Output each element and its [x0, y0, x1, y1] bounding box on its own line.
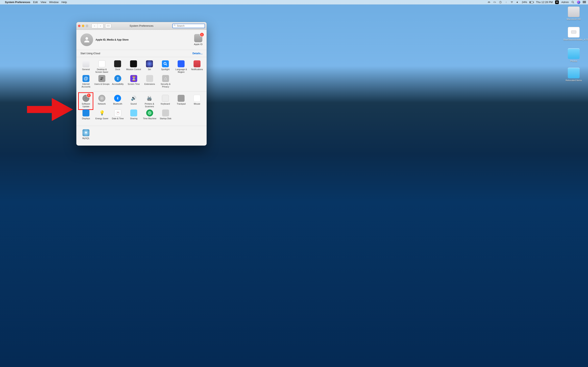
status-bluetooth-icon[interactable]	[504, 1, 508, 4]
pref-security-privacy[interactable]: ⌂Security & Privacy	[158, 74, 173, 89]
forward-button[interactable]: ›	[98, 24, 103, 28]
svg-point-10	[117, 77, 118, 78]
pref-spotlight[interactable]: Spotlight	[157, 59, 173, 74]
gear-icon: 1	[82, 95, 89, 102]
desktop-icon-relocated-items[interactable]: Relocated Items	[563, 68, 584, 82]
pref-bluetooth[interactable]: Bluetooth	[110, 94, 126, 109]
svg-point-6	[86, 37, 88, 40]
window-controls	[78, 25, 88, 27]
pref-printers-scanners[interactable]: 🖨️Printers & Scanners	[141, 94, 157, 109]
svg-point-11	[85, 98, 86, 99]
show-all-button[interactable]	[105, 24, 111, 28]
profile-text[interactable]: Apple ID, Media & App Store	[95, 38, 129, 41]
status-notification-center-icon[interactable]	[583, 1, 586, 3]
at-icon: @	[82, 75, 89, 82]
status-timemachine-icon[interactable]	[499, 1, 502, 4]
pref-date-time[interactable]: Date & Time	[110, 109, 126, 123]
pref-sharing[interactable]: Sharing	[126, 109, 142, 123]
menu-view[interactable]: View	[41, 1, 46, 4]
status-cloud-icon[interactable]	[493, 1, 496, 4]
pref-section: 1 Software Update Network Bluetooth 🔊Sou…	[76, 92, 207, 126]
avatar-icon[interactable]	[80, 33, 93, 46]
pref-internet-accounts[interactable]: @Internet Accounts	[78, 74, 94, 89]
icloud-details-link[interactable]: Details...	[192, 52, 203, 55]
pref-language-region[interactable]: Language & Region	[173, 59, 189, 74]
desktop-icon-bluestacks-dmg[interactable]: BlueStacksInstaller_4.210....f735.dmg	[563, 27, 584, 41]
icloud-prompt-row: Start Using iCloud Details...	[76, 50, 207, 57]
time-machine-icon	[146, 109, 153, 117]
pref-label: Extensions	[142, 83, 158, 88]
pref-label: Internet Accounts	[78, 83, 94, 88]
window-zoom-button[interactable]	[86, 25, 88, 27]
annotation-arrow	[26, 96, 73, 123]
pref-sound[interactable]: 🔊Sound	[126, 94, 141, 109]
pref-mysql[interactable]: ✶MySQL	[78, 128, 94, 143]
pref-extensions[interactable]: Extensions	[142, 74, 158, 89]
desktop-icon-label: Macintosh HD	[567, 18, 581, 20]
pref-energy-saver[interactable]: 💡Energy Saver	[94, 109, 110, 123]
window-close-button[interactable]	[78, 25, 80, 27]
apple-id-badge: 1	[200, 33, 204, 36]
menu-help[interactable]: Help	[61, 1, 67, 4]
disk-icon	[162, 109, 169, 117]
pref-accessibility[interactable]: Accessibility	[110, 74, 126, 89]
pref-screen-time[interactable]: ⏳Screen Time	[126, 74, 142, 89]
status-battery-icon[interactable]	[529, 1, 534, 3]
pref-label: Energy Saver	[94, 117, 110, 123]
status-clock[interactable]: Thu 12:28 PM	[536, 1, 553, 4]
pref-displays[interactable]: Displays	[78, 109, 94, 123]
app-name[interactable]: System Preferences	[5, 1, 30, 4]
status-wifi-icon[interactable]	[510, 1, 513, 4]
pref-label: Trackpad	[173, 103, 189, 108]
desktop-icon-macintosh-hd[interactable]: Macintosh HD	[563, 7, 584, 20]
pref-mission-control[interactable]: Mission Control	[126, 59, 141, 74]
window-minimize-button[interactable]	[82, 25, 84, 27]
users-icon	[98, 75, 105, 82]
menu-edit[interactable]: Edit	[33, 1, 38, 4]
pref-mouse[interactable]: Mouse	[189, 94, 205, 109]
desktop-icon-photos[interactable]: Photos	[563, 48, 584, 62]
menu-window[interactable]: Window	[49, 1, 59, 4]
pref-time-machine[interactable]: Time Machine	[142, 109, 158, 123]
pref-notifications[interactable]: Notifications	[189, 59, 205, 74]
spotlight-icon	[162, 60, 169, 67]
dmg-icon	[568, 27, 580, 38]
status-volume-icon[interactable]	[516, 1, 519, 4]
pref-label: Dock	[110, 68, 126, 73]
status-input-source[interactable]: A	[555, 0, 559, 4]
svg-rect-0	[489, 2, 489, 3]
status-user[interactable]: Admin	[561, 1, 569, 4]
pref-software-update[interactable]: 1 Software Update	[78, 94, 94, 109]
search-input[interactable]	[177, 25, 204, 27]
pref-siri[interactable]: Siri	[141, 59, 157, 74]
pref-label: Security & Privacy	[158, 83, 173, 88]
grid-icon	[107, 25, 110, 27]
search-icon	[173, 24, 176, 27]
pref-label: Keyboard	[157, 103, 173, 108]
pref-network[interactable]: Network	[94, 94, 110, 109]
status-airplay-icon[interactable]	[487, 1, 491, 4]
flag-icon	[178, 60, 185, 67]
pref-users-groups[interactable]: Users & Groups	[94, 74, 110, 89]
pref-general[interactable]: General	[78, 59, 94, 74]
pref-desktop-screensaver[interactable]: Desktop & Screen Saver	[94, 59, 110, 74]
pref-startup-disk[interactable]: Startup Disk	[158, 109, 173, 123]
hdd-icon	[568, 7, 580, 17]
speaker-icon: 🔊	[130, 95, 137, 102]
mission-control-icon	[130, 60, 137, 67]
apple-id-pane[interactable]: 1 Apple ID	[194, 34, 203, 45]
svg-point-5	[174, 25, 175, 26]
pref-label: Bluetooth	[110, 103, 126, 108]
pref-trackpad[interactable]: Trackpad	[173, 94, 189, 109]
profile-row: Apple ID, Media & App Store 1 Apple ID	[76, 30, 207, 50]
pref-keyboard[interactable]: Keyboard	[157, 94, 173, 109]
pref-dock[interactable]: Dock	[110, 59, 126, 74]
pref-label: Notifications	[189, 68, 205, 73]
menubar: System Preferences Edit View Window Help…	[0, 0, 588, 4]
status-spotlight-icon[interactable]	[571, 1, 575, 4]
search-field[interactable]	[172, 24, 205, 28]
svg-rect-4	[571, 31, 576, 33]
status-siri-icon[interactable]	[577, 1, 580, 4]
folder-share-icon	[130, 109, 137, 117]
back-button[interactable]: ‹	[92, 24, 97, 28]
